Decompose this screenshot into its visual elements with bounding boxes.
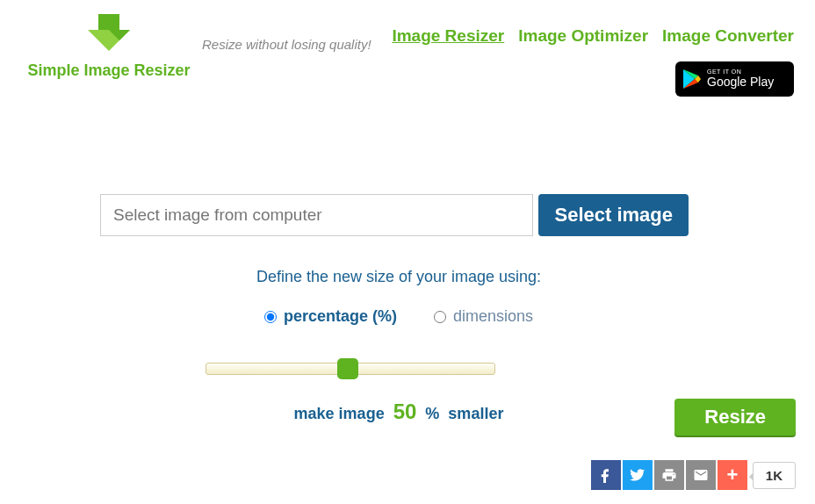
- percent-sign: %: [425, 405, 439, 423]
- share-facebook-button[interactable]: [591, 460, 621, 490]
- facebook-icon: [598, 467, 614, 483]
- make-image-label: make image: [294, 405, 385, 423]
- resize-button[interactable]: Resize: [674, 399, 796, 436]
- file-path-input[interactable]: [100, 194, 533, 236]
- share-more-button[interactable]: +: [718, 460, 747, 490]
- plus-icon: +: [726, 464, 738, 486]
- radio-dimensions[interactable]: dimensions: [434, 307, 533, 326]
- share-row: + 1K: [591, 460, 796, 490]
- share-twitter-button[interactable]: [623, 460, 653, 490]
- google-play-badge[interactable]: GET IT ON Google Play: [675, 61, 794, 97]
- google-play-icon: [682, 68, 702, 90]
- define-size-label: Define the new size of your image using:: [109, 268, 689, 286]
- radio-dimensions-label: dimensions: [453, 307, 533, 326]
- share-email-button[interactable]: [686, 460, 716, 490]
- nav-image-converter[interactable]: Image Converter: [662, 26, 794, 46]
- twitter-icon: [630, 467, 646, 483]
- smaller-label: smaller: [448, 405, 503, 423]
- logo-text: Simple Image Resizer: [27, 61, 190, 80]
- print-icon: [661, 467, 677, 483]
- logo[interactable]: Simple Image Resizer: [21, 11, 197, 80]
- share-print-button[interactable]: [654, 460, 684, 490]
- radio-percentage-input[interactable]: [264, 311, 277, 323]
- nav: Image Resizer Image Optimizer Image Conv…: [392, 11, 794, 46]
- slider-thumb[interactable]: [337, 358, 358, 379]
- share-count: 1K: [753, 462, 796, 489]
- select-image-button[interactable]: Select image: [538, 194, 689, 236]
- tagline: Resize without losing quality!: [202, 37, 371, 52]
- nav-image-optimizer[interactable]: Image Optimizer: [518, 26, 648, 46]
- percentage-value: 50: [393, 400, 417, 424]
- radio-percentage[interactable]: percentage (%): [264, 307, 397, 326]
- nav-image-resizer[interactable]: Image Resizer: [392, 26, 504, 46]
- radio-dimensions-input[interactable]: [434, 311, 446, 323]
- arrow-down-icon: [83, 11, 135, 54]
- google-play-large-text: Google Play: [707, 76, 774, 89]
- percentage-slider[interactable]: [206, 363, 495, 375]
- radio-percentage-label: percentage (%): [284, 307, 397, 326]
- email-icon: [693, 467, 709, 483]
